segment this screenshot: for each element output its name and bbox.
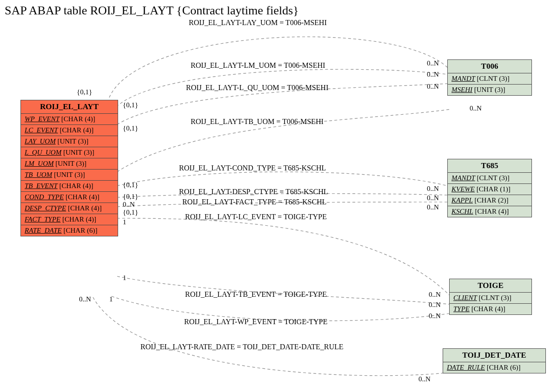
field-name: TYPE xyxy=(453,305,470,313)
field-type: [CHAR (1)] xyxy=(477,185,511,193)
cardinality: 0..N xyxy=(427,203,439,211)
cardinality: 1 xyxy=(109,295,113,303)
field-row: TB_UOM [UNIT (3)] xyxy=(21,170,118,181)
field-name: LC_EVENT xyxy=(25,126,58,134)
field-type: [CHAR (4)] xyxy=(68,204,102,212)
cardinality: 0..N xyxy=(429,291,441,299)
field-row: LC_EVENT [CHAR (4)] xyxy=(21,125,118,136)
cardinality: 0..N xyxy=(427,71,439,78)
field-row: TB_EVENT [CHAR (4)] xyxy=(21,181,118,192)
field-name: DATE_RULE xyxy=(447,364,485,371)
field-type: [CHAR (4)] xyxy=(66,193,100,201)
field-row: LM_UOM [UNIT (3)] xyxy=(21,158,118,170)
field-name: KSCHL xyxy=(451,208,473,215)
field-row: KSCHL [CHAR (4)] xyxy=(448,206,531,217)
relation-label: ROIJ_EL_LAYT-WP_EVENT = TOIGE-TYPE xyxy=(184,318,327,326)
cardinality: 0..N xyxy=(429,301,441,309)
field-name: WP_EVENT xyxy=(25,115,60,123)
relation-label: ROIJ_EL_LAYT-RATE_DATE = TOIJ_DET_DATE-D… xyxy=(140,343,344,351)
cardinality: 0..N xyxy=(123,201,135,209)
field-type: [UNIT (3)] xyxy=(474,86,505,93)
field-row: KAPPL [CHAR (2)] xyxy=(448,195,531,206)
field-name: MANDT xyxy=(451,174,475,182)
cardinality: 1 xyxy=(123,218,126,226)
entity-header: TOIGE xyxy=(450,279,531,293)
cardinality: 0..N xyxy=(418,375,431,383)
field-row: L_QU_UOM [UNIT (3)] xyxy=(21,147,118,158)
field-row: DATE_RULE [CHAR (6)] xyxy=(443,362,545,373)
entity-toij-det-date: TOIJ_DET_DATE DATE_RULE [CHAR (6)] xyxy=(443,348,546,373)
entity-header: T685 xyxy=(448,159,531,173)
field-row: LAY_UOM [UNIT (3)] xyxy=(21,136,118,147)
entity-header: T006 xyxy=(448,60,531,73)
field-type: [CHAR (6)] xyxy=(63,227,97,234)
field-name: MANDT xyxy=(451,75,475,82)
field-type: [CHAR (2)] xyxy=(475,196,509,204)
field-type: [CHAR (6)] xyxy=(487,364,521,371)
field-row: DESP_CTYPE [CHAR (4)] xyxy=(21,203,118,214)
field-name: L_QU_UOM xyxy=(25,149,61,156)
relation-label: ROIJ_EL_LAYT-LM_UOM = T006-MSEHI xyxy=(191,61,325,70)
field-name: DESP_CTYPE xyxy=(25,204,66,212)
cardinality: {0,1} xyxy=(123,193,138,201)
field-type: [UNIT (3)] xyxy=(55,160,86,167)
relation-label: ROIJ_EL_LAYT-DESP_CTYPE = T685-KSCHL xyxy=(179,188,328,196)
field-type: [CLNT (3)] xyxy=(479,294,511,301)
field-row: FACT_TYPE [CHAR (4)] xyxy=(21,214,118,225)
field-type: [CHAR (4)] xyxy=(62,216,96,223)
field-row: MANDT [CLNT (3)] xyxy=(448,73,531,85)
cardinality: 0..N xyxy=(427,194,439,202)
field-type: [CLNT (3)] xyxy=(477,75,510,82)
relation-label: ROIJ_EL_LAYT-COND_TYPE = T685-KSCHL xyxy=(179,164,326,172)
field-row: COND_TYPE [CHAR (4)] xyxy=(21,192,118,203)
field-name: CLIENT xyxy=(453,294,477,301)
cardinality: {0,1} xyxy=(123,209,138,216)
entity-toige: TOIGE CLIENT [CLNT (3)] TYPE [CHAR (4)] xyxy=(449,279,532,315)
field-row: MSEHI [UNIT (3)] xyxy=(448,85,531,95)
relation-label: ROIJ_EL_LAYT-TB_UOM = T006-MSEHI xyxy=(191,118,324,126)
field-name: RATE_DATE xyxy=(25,227,62,234)
cardinality: 0..N xyxy=(79,295,91,303)
cardinality: 1 xyxy=(123,274,126,282)
field-row: MANDT [CLNT (3)] xyxy=(448,173,531,184)
field-name: KVEWE xyxy=(451,185,475,193)
entity-t006: T006 MANDT [CLNT (3)] MSEHI [UNIT (3)] xyxy=(447,59,532,96)
field-name: TB_EVENT xyxy=(25,182,58,189)
field-name: KAPPL xyxy=(451,196,473,204)
cardinality: {0,1} xyxy=(77,88,92,96)
field-row: RATE_DATE [CHAR (6)] xyxy=(21,225,118,236)
field-type: [UNIT (3)] xyxy=(54,171,85,178)
field-type: [CHAR (4)] xyxy=(61,115,95,123)
field-name: LM_UOM xyxy=(25,160,54,167)
field-type: [CHAR (4)] xyxy=(475,208,509,215)
field-type: [CHAR (4)] xyxy=(60,182,93,189)
entity-header: TOIJ_DET_DATE xyxy=(443,349,545,362)
field-row: CLIENT [CLNT (3)] xyxy=(450,293,531,304)
field-name: LAY_UOM xyxy=(25,137,56,145)
field-name: COND_TYPE xyxy=(25,193,64,201)
field-name: MSEHI xyxy=(451,86,472,93)
field-type: [CHAR (4)] xyxy=(60,126,93,134)
cardinality: {0,1} xyxy=(123,124,138,132)
field-name: TB_UOM xyxy=(25,171,52,178)
cardinality: 0..N xyxy=(429,312,441,320)
field-type: [UNIT (3)] xyxy=(63,149,94,156)
field-row: TYPE [CHAR (4)] xyxy=(450,304,531,314)
cardinality: 0..N xyxy=(470,105,482,112)
cardinality: {0,1} xyxy=(123,101,138,109)
entity-roij-el-layt: ROIJ_EL_LAYT WP_EVENT [CHAR (4)] LC_EVEN… xyxy=(20,100,118,236)
entity-t685: T685 MANDT [CLNT (3)] KVEWE [CHAR (1)] K… xyxy=(447,159,532,217)
field-row: KVEWE [CHAR (1)] xyxy=(448,184,531,195)
relation-label: ROIJ_EL_LAYT-LAY_UOM = T006-MSEHI xyxy=(189,19,327,27)
field-type: [CHAR (4)] xyxy=(471,305,505,313)
cardinality: {0,1} xyxy=(123,181,138,189)
cardinality: 0..N xyxy=(427,59,439,67)
cardinality: 0..N xyxy=(427,185,439,193)
relation-label: ROIJ_EL_LAYT-FACT_TYPE = T685-KSCHL xyxy=(182,198,326,206)
field-type: [UNIT (3)] xyxy=(57,137,88,145)
entity-header: ROIJ_EL_LAYT xyxy=(21,100,118,114)
page-title: SAP ABAP table ROIJ_EL_LAYT {Contract la… xyxy=(5,4,299,18)
field-name: FACT_TYPE xyxy=(25,216,60,223)
cardinality: 0..N xyxy=(427,83,439,91)
relation-label: ROIJ_EL_LAYT-LC_EVENT = TOIGE-TYPE xyxy=(185,213,327,221)
